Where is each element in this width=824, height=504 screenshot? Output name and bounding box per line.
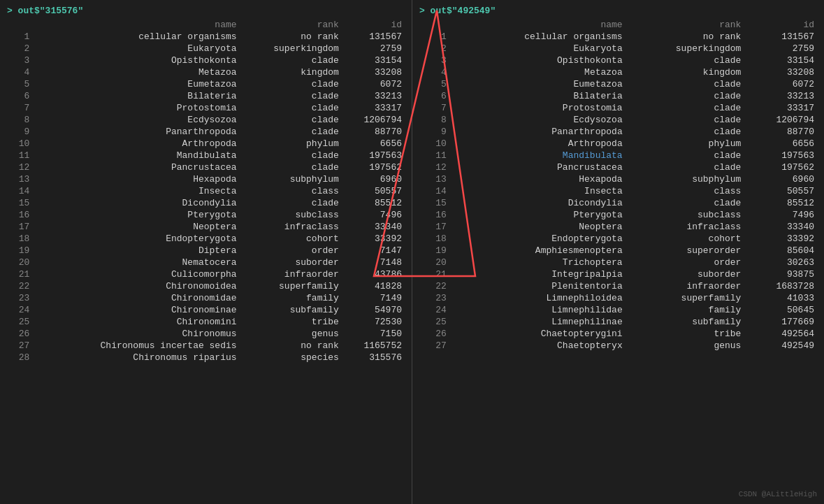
left-header-row: name rank id (7, 19, 405, 31)
row-number: 26 (419, 328, 452, 340)
row-rank: kingdom (626, 66, 744, 78)
row-name: Bilateria (35, 90, 239, 102)
table-row: 8Ecdysozoaclade1206794 (7, 114, 405, 126)
row-id: 6656 (342, 138, 405, 150)
row-id: 33213 (744, 90, 817, 102)
row-number: 22 (7, 280, 35, 292)
row-name: Pterygota (35, 209, 239, 221)
table-row: 14Insectaclass50557 (7, 185, 405, 197)
row-id: 50557 (342, 185, 405, 197)
row-rank: clade (626, 161, 744, 173)
row-name: Pancrustacea (35, 161, 239, 173)
row-name: Chironomidae (35, 292, 239, 304)
row-rank: kingdom (240, 66, 342, 78)
row-rank: clade (240, 90, 342, 102)
row-rank: superkingdom (626, 43, 744, 55)
row-rank: genus (626, 340, 744, 352)
row-number: 11 (7, 150, 35, 161)
row-number: 24 (419, 304, 452, 316)
row-id: 6656 (744, 138, 817, 150)
table-row: 2Eukaryotasuperkingdom2759 (7, 43, 405, 55)
table-row: 15Dicondyliaclade85512 (419, 197, 817, 209)
row-number: 17 (419, 221, 452, 233)
row-name: Arthropoda (35, 138, 239, 150)
left-header-num (7, 19, 35, 31)
row-id: 6960 (342, 173, 405, 185)
row-rank: order (240, 245, 342, 257)
row-name: Panarthropoda (452, 126, 626, 138)
row-id: 197562 (744, 161, 817, 173)
row-name: Protostomia (35, 102, 239, 114)
row-rank: no rank (240, 340, 342, 352)
row-id: 50645 (744, 304, 817, 316)
row-name: Limnephilidae (452, 304, 626, 316)
row-id: 88770 (342, 126, 405, 138)
row-number: 13 (419, 173, 452, 185)
row-number: 15 (419, 197, 452, 209)
right-table: name rank id 1cellular organismsno rank1… (419, 19, 817, 352)
row-name: Pancrustacea (452, 161, 626, 173)
row-name: Insecta (35, 185, 239, 197)
row-id: 33340 (342, 221, 405, 233)
table-row: 4Metazoakingdom33208 (419, 66, 817, 78)
row-rank: superfamily (626, 292, 744, 304)
right-header-row: name rank id (419, 19, 817, 31)
row-name: Chironomus (35, 328, 239, 340)
row-rank: clade (626, 90, 744, 102)
row-number: 14 (7, 185, 35, 197)
row-rank: clade (240, 197, 342, 209)
row-rank: clade (626, 150, 744, 161)
table-row: 14Insectaclass50557 (419, 185, 817, 197)
row-rank: suborder (240, 257, 342, 268)
row-number: 27 (419, 340, 452, 352)
row-rank: clade (240, 161, 342, 173)
row-rank: phylum (626, 138, 744, 150)
row-rank: suborder (626, 268, 744, 280)
row-id: 315576 (342, 352, 405, 363)
row-number: 8 (419, 114, 452, 126)
row-rank: class (626, 185, 744, 197)
row-name: Protostomia (452, 102, 626, 114)
row-name: cellular organisms (452, 31, 626, 43)
row-number: 17 (7, 221, 35, 233)
row-name: Limnephiloidea (452, 292, 626, 304)
watermark: CSDN @ALittleHigh (739, 490, 817, 498)
row-rank: infraorder (626, 280, 744, 292)
row-number: 1 (7, 31, 35, 43)
row-id: 197562 (342, 161, 405, 173)
table-row: 22Plenitentoriainfraorder1683728 (419, 280, 817, 292)
row-name: Chironomoidea (35, 280, 239, 292)
row-rank: subphylum (240, 173, 342, 185)
row-rank: order (626, 257, 744, 268)
row-rank: class (240, 185, 342, 197)
row-rank: clade (240, 102, 342, 114)
table-row: 5Eumetazoaclade6072 (7, 78, 405, 90)
table-row: 22Chironomoideasuperfamily41828 (7, 280, 405, 292)
right-panel: > out$"492549" name rank id 1cellular or… (412, 0, 824, 504)
row-id: 33392 (744, 233, 817, 245)
row-number: 7 (7, 102, 35, 114)
row-number: 28 (7, 352, 35, 363)
row-rank: superorder (626, 245, 744, 257)
left-table-body: 1cellular organismsno rank1315672Eukaryo… (7, 31, 405, 363)
row-name: Hexapoda (452, 173, 626, 185)
row-id: 492549 (744, 340, 817, 352)
row-rank: clade (240, 55, 342, 66)
row-id: 33213 (342, 90, 405, 102)
row-name: Chironomus riparius (35, 352, 239, 363)
row-name: Eumetazoa (452, 78, 626, 90)
row-number: 11 (419, 150, 452, 161)
row-rank: subphylum (626, 173, 744, 185)
row-id: 6960 (744, 173, 817, 185)
row-number: 22 (419, 280, 452, 292)
row-name: cellular organisms (35, 31, 239, 43)
row-number: 3 (419, 55, 452, 66)
row-id: 1683728 (744, 280, 817, 292)
row-rank: infraclass (626, 221, 744, 233)
row-rank: no rank (626, 31, 744, 43)
table-row: 18Endopterygotacohort33392 (7, 233, 405, 245)
row-rank: clade (626, 197, 744, 209)
table-row: 12Pancrustaceaclade197562 (419, 161, 817, 173)
row-name: Eumetazoa (35, 78, 239, 90)
row-id: 7148 (342, 257, 405, 268)
